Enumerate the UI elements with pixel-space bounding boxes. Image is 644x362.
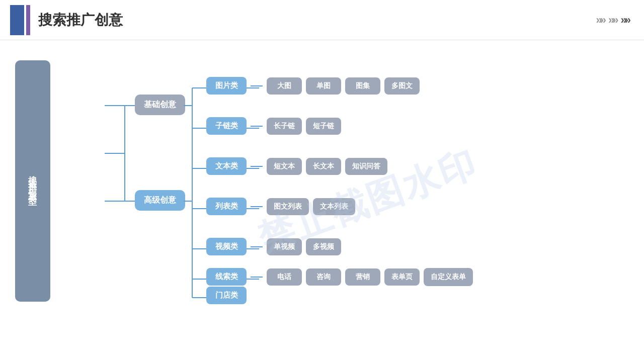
sub-video-0: 单视频 bbox=[267, 238, 302, 255]
header-accent bbox=[10, 5, 30, 35]
header: 搜索推广创意 »» »» »» bbox=[0, 0, 644, 40]
accent-purple bbox=[26, 5, 30, 35]
sub-pic-2: 图集 bbox=[345, 77, 380, 95]
row-text: 文本类 短文本 长文本 知识问答 bbox=[206, 157, 387, 175]
node-basic: 基础创意 bbox=[135, 95, 185, 115]
arrow-icon-3: »» bbox=[621, 14, 629, 27]
cat-video: 视频类 bbox=[206, 238, 247, 255]
sub-clue-2: 营销 bbox=[345, 268, 380, 286]
cat-text: 文本类 bbox=[206, 157, 247, 175]
sub-pic-3: 多图文 bbox=[384, 77, 420, 95]
header-arrows: »» »» »» bbox=[596, 14, 629, 27]
row-video: 视频类 单视频 多视频 bbox=[206, 238, 341, 255]
accent-blue bbox=[10, 5, 24, 35]
arrow-icon-1: »» bbox=[596, 14, 604, 27]
arrow-icon-2: »» bbox=[608, 14, 616, 27]
node-advanced-label: 高级创意 bbox=[135, 190, 185, 211]
row-list: 列表类 图文列表 文本列表 bbox=[206, 198, 355, 215]
cat-sublink: 子链类 bbox=[206, 117, 247, 135]
sub-text-1: 长文本 bbox=[306, 158, 341, 175]
cat-store: 门店类 bbox=[206, 287, 247, 304]
main-content: 禁止截图水印 搜索推广创意类型 bbox=[0, 40, 644, 362]
row-pic: 图片类 大图 单图 图集 多图文 bbox=[206, 77, 420, 95]
tree-layout: 基础创意 高级创意 图片类 大图 单图 图集 多图文 子链类 长子链 短子链 bbox=[50, 50, 629, 322]
sub-text-2: 知识问答 bbox=[345, 158, 387, 175]
vertical-label-text: 搜索推广创意类型 bbox=[27, 169, 39, 193]
cat-list: 列表类 bbox=[206, 198, 247, 215]
sub-text-0: 短文本 bbox=[267, 158, 302, 175]
sub-clue-0: 电话 bbox=[267, 268, 302, 286]
sub-list-1: 文本列表 bbox=[313, 198, 355, 215]
sub-clue-1: 咨询 bbox=[306, 268, 341, 286]
sub-sublink-0: 长子链 bbox=[267, 118, 302, 135]
vertical-label: 搜索推广创意类型 bbox=[15, 60, 50, 302]
sub-list-0: 图文列表 bbox=[267, 198, 309, 215]
row-clue: 线索类 电话 咨询 营销 表单页 自定义表单 bbox=[206, 268, 473, 286]
sub-pic-0: 大图 bbox=[267, 77, 302, 95]
cat-pic: 图片类 bbox=[206, 77, 247, 95]
sub-video-1: 多视频 bbox=[306, 238, 341, 255]
row-sublink: 子链类 长子链 短子链 bbox=[206, 117, 341, 135]
row-store: 门店类 bbox=[206, 287, 247, 304]
node-advanced: 高级创意 bbox=[135, 190, 185, 211]
cat-clue: 线索类 bbox=[206, 268, 247, 286]
sub-clue-3: 表单页 bbox=[384, 268, 420, 286]
sub-clue-4: 自定义表单 bbox=[424, 268, 473, 286]
sub-sublink-1: 短子链 bbox=[306, 118, 341, 135]
node-basic-label: 基础创意 bbox=[135, 95, 185, 115]
page-title: 搜索推广创意 bbox=[38, 11, 123, 30]
sub-pic-1: 单图 bbox=[306, 77, 341, 95]
